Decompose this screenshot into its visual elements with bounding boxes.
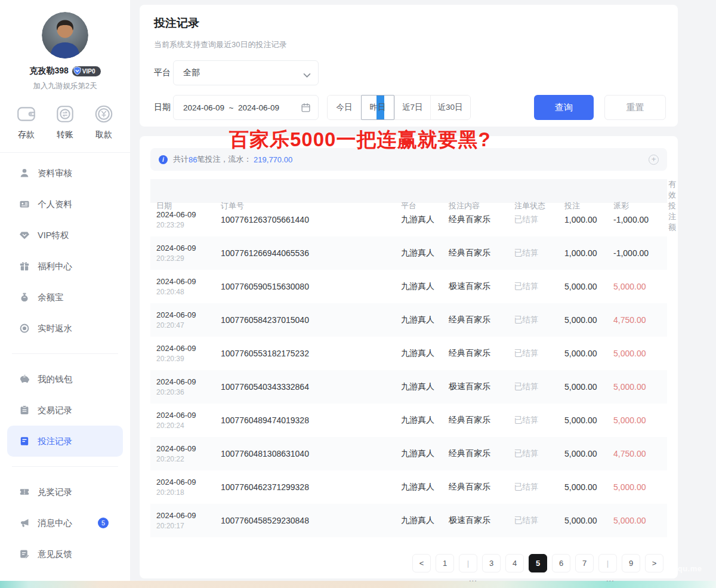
cell-payout: 5,000.00: [607, 482, 662, 492]
cell-order-no: 1007760553182175232: [215, 349, 395, 358]
cell-date: 2024-06-0920:20:36: [150, 377, 215, 396]
cell-platform: 九游真人: [395, 415, 443, 426]
page-button-7[interactable]: 7: [575, 554, 594, 572]
cell-time-value: 20:20:36: [156, 388, 215, 396]
chevron-down-icon: [303, 70, 311, 76]
reset-button[interactable]: 重置: [604, 95, 666, 120]
sidebar-item-realtime-rebate[interactable]: 实时返水: [7, 313, 123, 344]
sidebar-item-feedback[interactable]: 意见反馈: [7, 538, 123, 569]
cell-platform: 九游真人: [395, 348, 443, 359]
cell-bet-content: 经典百家乐: [443, 448, 508, 459]
divider: [12, 353, 118, 354]
cell-valid-amount: 4,750.00: [662, 315, 668, 325]
page-button-9[interactable]: 9: [622, 554, 640, 572]
cell-bet-content: 经典百家乐: [443, 348, 508, 359]
page-button-3[interactable]: 3: [482, 554, 501, 572]
page-title: 投注记录: [154, 16, 199, 31]
summary-middle: 笔投注，流水：: [197, 154, 251, 165]
quick-date-button-2[interactable]: 近7日: [394, 96, 430, 119]
cell-bet-amount: 5,000.00: [558, 382, 607, 392]
sidebar-item-yuebao[interactable]: 余额宝: [7, 282, 123, 313]
quick-date-button-0[interactable]: 今日: [328, 96, 361, 119]
cell-bet-amount: 5,000.00: [558, 482, 607, 492]
quick-action-transfer[interactable]: 转账: [54, 103, 76, 140]
join-days-text: 加入九游娱乐第2天: [0, 81, 130, 91]
cell-bet-content: 极速百家乐: [443, 281, 508, 292]
ellipsis-button[interactable]: |: [598, 554, 617, 572]
page-button-6[interactable]: 6: [552, 554, 570, 572]
sidebar-item-label: 交易记录: [38, 405, 72, 416]
sidebar-item-label: VIP特权: [38, 230, 69, 241]
quick-date-button-3[interactable]: 近30日: [430, 96, 470, 119]
cell-order-no: 1007761266944065536: [215, 248, 395, 258]
cell-date: 2024-06-0920:20:48: [150, 277, 215, 296]
cell-status: 已结算: [508, 381, 558, 392]
vip-badge-label: VIP0: [82, 68, 95, 75]
quick-action-deposit[interactable]: 存款: [16, 103, 37, 140]
bet-record-icon: [19, 436, 30, 447]
quick-date-label: 近7日: [402, 102, 423, 113]
sidebar-item-message-center[interactable]: 消息中心5: [7, 507, 123, 538]
sidebar-item-label: 我的钱包: [38, 374, 72, 385]
cell-valid-amount: 5,000.00: [662, 282, 668, 291]
sidebar-item-transaction-records[interactable]: 交易记录: [7, 395, 123, 426]
platform-selected-value: 全部: [183, 67, 200, 78]
cell-order-no: 1007760462371299328: [215, 482, 395, 492]
cell-valid-amount: 4,750.00: [662, 449, 668, 458]
cell-date-value: 2024-06-09: [156, 377, 215, 386]
megaphone-icon: [19, 518, 30, 528]
quick-date-label: 今日: [337, 102, 353, 113]
piggy-icon: [19, 374, 30, 384]
avatar[interactable]: [42, 12, 88, 59]
cell-bet-amount: 5,000.00: [558, 315, 607, 325]
quick-date-button-1[interactable]: 昨日: [361, 95, 394, 120]
cell-payout: -1,000.00: [607, 215, 662, 224]
vip-shield-icon: [73, 66, 82, 75]
prev-page-button[interactable]: <: [412, 554, 431, 572]
ticket-icon: [19, 487, 30, 497]
sidebar-item-prize-records[interactable]: 兑奖记录: [7, 476, 123, 507]
cell-status: 已结算: [508, 281, 558, 292]
table-row: 2024-06-0920:20:241007760489474019328九游真…: [150, 404, 667, 437]
cell-order-no: 1007760458529230848: [215, 516, 395, 525]
cell-order-no: 1007760584237015040: [215, 315, 395, 325]
page-button-5[interactable]: 5: [529, 554, 547, 572]
sidebar-item-vip-privilege[interactable]: VIP特权: [7, 220, 123, 251]
sidebar-item-label: 资料审核: [38, 168, 72, 179]
date-range-picker[interactable]: 2024-06-09 ~ 2024-06-09: [173, 95, 319, 120]
table-row: 2024-06-0920:20:391007760553182175232九游真…: [150, 337, 667, 370]
page-button-1[interactable]: 1: [436, 554, 454, 572]
cell-status: 已结算: [508, 482, 558, 492]
sidebar-item-label: 消息中心: [38, 518, 72, 529]
platform-select[interactable]: 全部: [173, 60, 319, 85]
sidebar-item-personal-info[interactable]: 个人资料: [7, 189, 123, 220]
cell-payout: 5,000.00: [607, 516, 662, 525]
cell-time-value: 20:20:48: [156, 288, 215, 296]
vip-badge[interactable]: VIP0: [72, 66, 101, 76]
sidebar-item-profile-audit[interactable]: 资料审核: [7, 158, 123, 189]
sidebar-item-welfare-center[interactable]: 福利中心: [7, 251, 123, 282]
cell-time-value: 20:20:24: [156, 421, 215, 430]
ellipsis-button[interactable]: |: [459, 554, 477, 572]
circled-plus-icon[interactable]: +: [649, 155, 659, 165]
search-button[interactable]: 查询: [534, 95, 594, 120]
cell-platform: 九游真人: [395, 281, 443, 292]
sidebar-item-my-wallet[interactable]: 我的钱包: [7, 364, 123, 395]
cell-valid-amount: 5,000.00: [662, 349, 668, 358]
cell-date: 2024-06-0920:20:17: [150, 511, 215, 530]
quick-action-withdraw[interactable]: 取款: [93, 103, 115, 140]
rebate-icon: [19, 323, 30, 334]
sidebar-item-bet-records[interactable]: 投注记录: [7, 426, 123, 457]
cell-valid-amount: 5,000.00: [662, 482, 668, 492]
cell-valid-amount: 1,000.00: [662, 248, 668, 258]
cell-order-no: 1007760489474019328: [215, 415, 395, 425]
page-button-4[interactable]: 4: [505, 554, 524, 572]
gift-icon: [19, 261, 30, 272]
table-row: 2024-06-0920:20:221007760481308631040九游真…: [150, 437, 667, 470]
cell-time-value: 20:20:18: [156, 488, 215, 497]
cell-payout: 4,750.00: [607, 449, 662, 458]
next-page-button[interactable]: >: [645, 554, 663, 572]
page-subtitle: 当前系统支持查询最近30日的投注记录: [154, 39, 286, 50]
avatar-image: [42, 12, 88, 59]
summary-prefix: 共计: [173, 154, 189, 165]
